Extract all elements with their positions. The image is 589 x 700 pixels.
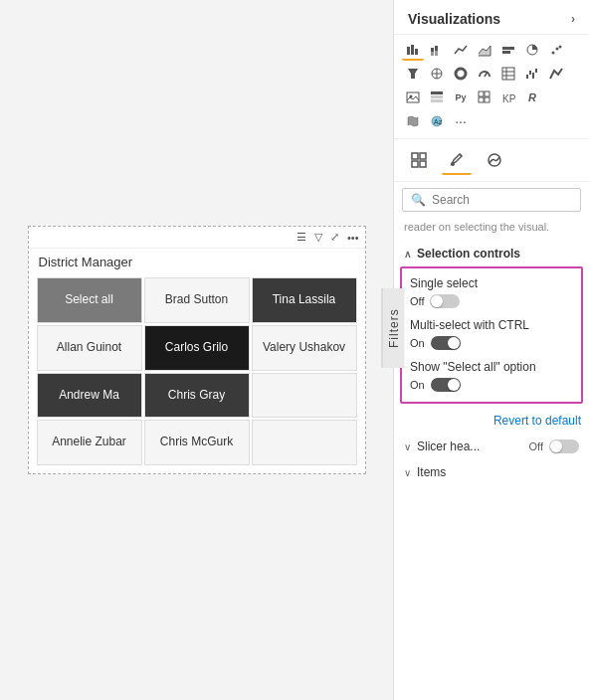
multi-select-toggle[interactable] [431, 336, 461, 350]
svg-rect-2 [415, 49, 418, 55]
scatter-chart-icon[interactable] [545, 39, 567, 61]
svg-rect-24 [532, 73, 534, 79]
revert-to-default-button[interactable]: Revert to default [394, 410, 589, 434]
slicer-cell-andrew[interactable]: Andrew Ma [37, 373, 142, 419]
svg-rect-0 [407, 47, 410, 55]
slicer-header-section[interactable]: ∨ Slicer hea... Off [394, 434, 589, 459]
single-select-toggle[interactable] [430, 294, 460, 308]
svg-point-42 [451, 162, 455, 166]
svg-point-10 [552, 52, 555, 55]
multi-select-thumb [448, 337, 460, 349]
filters-tab[interactable]: Filters [382, 288, 405, 368]
show-select-all-track [431, 378, 461, 392]
multi-select-state: On [410, 337, 425, 349]
hamburger-icon[interactable]: ☰ [296, 231, 306, 244]
svg-point-12 [559, 46, 562, 49]
slicer-header-thumb [550, 440, 562, 452]
slicer-header-state: Off [529, 440, 543, 452]
more-visuals-icon[interactable]: ··· [450, 110, 472, 132]
show-select-all-label: Show "Select all" option [410, 360, 573, 374]
selection-controls-label: Selection controls [417, 247, 520, 261]
single-select-track [430, 294, 460, 308]
slicer-cell-empty1 [252, 373, 357, 419]
column-chart-icon[interactable] [497, 39, 519, 61]
line-chart-icon[interactable] [450, 39, 472, 61]
analytics-button[interactable] [480, 145, 509, 175]
slicer-cell-chris-gray[interactable]: Chris Gray [144, 373, 250, 419]
svg-rect-32 [485, 91, 490, 96]
slicer-cell-brad[interactable]: Brad Sutton [144, 277, 250, 323]
slicer-icon[interactable] [426, 87, 448, 108]
donut-icon[interactable] [450, 63, 472, 85]
search-box[interactable]: 🔍 [402, 188, 581, 212]
map-icon[interactable] [426, 63, 448, 85]
svg-rect-39 [420, 153, 426, 159]
show-select-all-toggle[interactable] [431, 378, 461, 392]
svg-text:Az: Az [434, 118, 443, 125]
fields-button[interactable] [404, 145, 434, 175]
matrix-icon[interactable] [474, 87, 495, 108]
svg-rect-8 [502, 51, 510, 54]
bar-chart-icon[interactable] [402, 39, 424, 61]
image-icon[interactable] [402, 87, 424, 108]
reader-on-select-text: reader on selecting the visual. [394, 218, 589, 241]
filled-map-icon[interactable] [402, 110, 424, 132]
slicer-cell-allan[interactable]: Allan Guinot [37, 325, 142, 371]
slicer-title: District Manager [29, 249, 365, 273]
items-section[interactable]: ∨ Items [394, 459, 589, 485]
py-icon[interactable]: Py [450, 87, 472, 108]
viz-icon-row-1 [402, 39, 581, 61]
items-chevron: ∨ [404, 467, 411, 478]
svg-rect-1 [411, 45, 414, 55]
search-input[interactable] [432, 193, 572, 207]
r-icon[interactable]: R [521, 87, 543, 108]
svg-rect-22 [526, 75, 528, 79]
svg-rect-33 [479, 97, 484, 102]
area-chart-icon[interactable] [474, 39, 495, 61]
waterfall-icon[interactable] [521, 63, 543, 85]
svg-rect-34 [485, 97, 490, 102]
visualizations-panel: Visualizations › [393, 0, 589, 700]
kpi-icon[interactable]: KPI [497, 87, 519, 108]
svg-rect-7 [502, 47, 514, 50]
svg-rect-23 [529, 71, 531, 75]
slicer-cell-valery[interactable]: Valery Ushakov [252, 325, 357, 371]
slicer-cell-empty2 [252, 420, 357, 465]
multi-select-row: Multi-select with CTRL On [410, 318, 573, 350]
funnel-icon[interactable] [402, 63, 424, 85]
selection-controls-header[interactable]: ∧ Selection controls [394, 241, 589, 266]
slicer-cell-chris-mcgurk[interactable]: Chris McGurk [144, 420, 250, 465]
slicer-cell-annelie[interactable]: Annelie Zubar [37, 420, 142, 465]
show-select-all-row: Show "Select all" option On [410, 360, 573, 392]
slicer-header-chevron: ∨ [404, 441, 411, 452]
stacked-bar-icon[interactable] [426, 39, 448, 61]
more-icon[interactable]: ••• [347, 232, 359, 244]
expand-icon[interactable]: ⤢ [330, 231, 339, 244]
svg-rect-41 [420, 161, 426, 167]
filter-icon[interactable]: ▽ [314, 231, 322, 244]
single-select-toggle-row: Off [410, 294, 573, 308]
viz-icon-row-4: Az ··· [402, 110, 581, 132]
slicer-cell-select-all[interactable]: Select all [37, 277, 142, 323]
gauge-icon[interactable] [474, 63, 495, 85]
ribbon-icon[interactable] [545, 63, 567, 85]
azure-map-icon[interactable]: Az [426, 110, 448, 132]
slicer-cell-carlos[interactable]: Carlos Grilo [144, 325, 250, 371]
close-panel-arrow[interactable]: › [567, 8, 579, 30]
slicer-header-label: Slicer hea... [417, 439, 480, 453]
format-paint-button[interactable] [442, 145, 472, 175]
section-chevron-icon: ∧ [404, 249, 411, 260]
pie-chart-icon[interactable] [521, 39, 543, 61]
single-select-row: Single select Off [410, 276, 573, 308]
single-select-state: Off [410, 295, 424, 307]
svg-rect-3 [431, 48, 434, 52]
table-viz-icon[interactable] [497, 63, 519, 85]
slicer-header-toggle[interactable] [549, 439, 579, 453]
svg-rect-4 [431, 52, 434, 56]
items-label: Items [417, 465, 446, 479]
multi-select-track [431, 336, 461, 350]
slicer-grid: Select all Brad Sutton Tina Lassila Alla… [29, 273, 365, 472]
multi-select-toggle-row: On [410, 336, 573, 350]
slicer-cell-tina[interactable]: Tina Lassila [252, 277, 357, 323]
viz-icon-row-3: Py KPI R [402, 87, 581, 108]
